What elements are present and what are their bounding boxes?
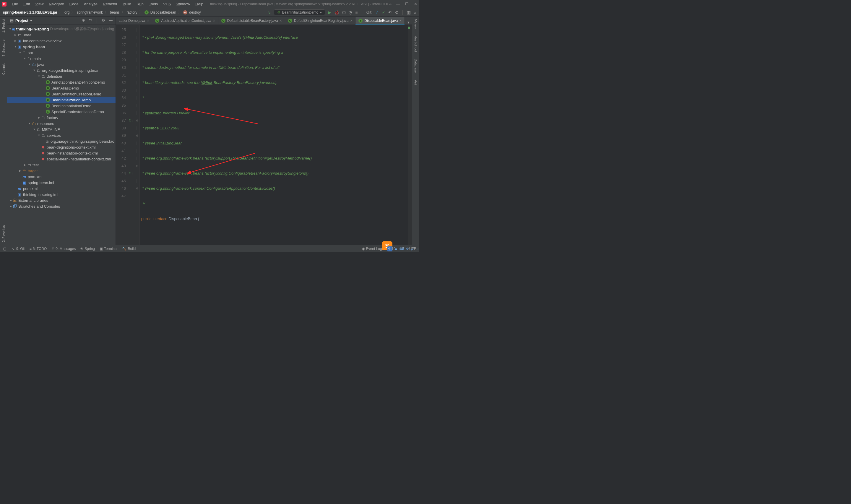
- tree-definition[interactable]: ▼🗀definition: [7, 73, 115, 79]
- tree-extlib[interactable]: ▶🏛External Libraries: [7, 197, 115, 203]
- crumb-method[interactable]: destroy: [189, 10, 201, 15]
- tool-favorites[interactable]: 2: Favorites: [2, 225, 5, 242]
- fold-handle[interactable]: ⊖: [135, 117, 139, 124]
- tree-pom[interactable]: mpom.xml: [7, 174, 115, 180]
- tab-0[interactable]: zationDemo.java×: [116, 17, 152, 24]
- crumb-beans[interactable]: beans: [110, 10, 120, 15]
- crumb-interface[interactable]: DisposableBean: [150, 10, 176, 15]
- search-icon[interactable]: ⌕: [414, 10, 416, 15]
- menu-edit[interactable]: Edit: [21, 1, 32, 7]
- run-configuration[interactable]: ⚙ BeanInitializationDemo ▾: [274, 10, 325, 15]
- tabs-dropdown-icon[interactable]: ▾: [405, 20, 412, 24]
- ime-language-bar[interactable]: 中 ☻⌨⚙🖊⊞: [387, 246, 418, 251]
- tree-services[interactable]: ▼🗀services: [7, 132, 115, 138]
- tree-iml[interactable]: ▣spring-bean.iml: [7, 180, 115, 185]
- expand-icon[interactable]: ⇆: [89, 18, 92, 23]
- tool-build[interactable]: 🔨 Build: [122, 247, 135, 251]
- tree-svc-file[interactable]: 🗎org.xiaoge.thinking.in.spring.bean.fac: [7, 138, 115, 144]
- close-icon[interactable]: ×: [213, 19, 215, 23]
- menu-refactor[interactable]: Refactor: [101, 1, 120, 7]
- chevron-down-icon[interactable]: ▾: [30, 18, 32, 23]
- maximize-icon[interactable]: ☐: [405, 2, 409, 6]
- crumb-org[interactable]: org: [65, 10, 69, 15]
- tree-main[interactable]: ▼🗀main: [7, 56, 115, 61]
- tool-messages[interactable]: ⊞ 0: Messages: [51, 247, 76, 251]
- tree-class-0[interactable]: CAnnotationBeanDefinitionDemo: [7, 79, 115, 85]
- override-icon[interactable]: O↓: [129, 117, 135, 124]
- tool-ant[interactable]: Ant: [414, 80, 418, 85]
- close-icon[interactable]: ×: [350, 19, 352, 23]
- override-icon[interactable]: O↓: [129, 169, 135, 177]
- inspection-indicator[interactable]: [408, 26, 410, 29]
- tool-maven[interactable]: Maven: [414, 19, 418, 29]
- tool-spring[interactable]: ❀ Spring: [80, 247, 95, 251]
- tab-3[interactable]: CDefaultSingletonBeanRegistry.java×: [285, 17, 356, 24]
- crumb-sf[interactable]: springframework: [76, 10, 103, 15]
- tool-git[interactable]: ⌥ 9: Git: [11, 247, 25, 251]
- tree-pkg[interactable]: ▼🗀org.xiaoge.thinking.in.spring.bean: [7, 67, 115, 73]
- menu-code[interactable]: Code: [67, 1, 81, 7]
- tree-idea[interactable]: ▶🗀.idea: [7, 32, 115, 38]
- tool-project[interactable]: 1: Project: [2, 19, 5, 33]
- tree-resources[interactable]: ▼🗀resources: [7, 121, 115, 126]
- editor[interactable]: 2526272829303132333435363738394041424344…: [116, 25, 412, 245]
- gear-icon[interactable]: ⚙: [102, 18, 105, 23]
- tree-class-5[interactable]: CSpecialBeanInstantiationDemo: [7, 109, 115, 115]
- hide-icon[interactable]: —: [109, 18, 113, 23]
- git-commit-icon[interactable]: ✓: [382, 10, 385, 15]
- menu-window[interactable]: Window: [174, 1, 192, 7]
- editor-scrollbar[interactable]: [408, 25, 412, 245]
- tree-class-3[interactable]: CBeanInitializationDemo: [7, 97, 115, 103]
- code-content[interactable]: * <p>A Spring-managed bean may also impl…: [140, 25, 408, 245]
- tree-xml-1[interactable]: ⬢bean-instantiation-context.xml: [7, 150, 115, 156]
- profile-icon[interactable]: ◔: [349, 10, 352, 15]
- tree-root[interactable]: ▼▣thinking-in-springD:\worksprace\极客学习\s…: [7, 26, 115, 32]
- close-icon[interactable]: ×: [399, 19, 402, 23]
- tree-springbean[interactable]: ▼▣spring-bean: [7, 44, 115, 50]
- close-icon[interactable]: ×: [280, 19, 282, 23]
- event-log[interactable]: ◉ Event Log: [362, 247, 382, 251]
- menu-help[interactable]: Help: [193, 1, 206, 7]
- debug-icon[interactable]: 🐞: [334, 10, 339, 15]
- tree-xml-0[interactable]: ⬢bean-deginitions-context.xml: [7, 144, 115, 150]
- menu-tools[interactable]: Tools: [147, 1, 160, 7]
- tree-meta[interactable]: ▼🗀META-INF: [7, 126, 115, 132]
- tree-test[interactable]: ▶🗀test: [7, 162, 115, 168]
- tree-java[interactable]: ▼🗀java: [7, 61, 115, 67]
- select-target-icon[interactable]: ⊕: [82, 18, 85, 23]
- tool-terminal[interactable]: ▣ Terminal: [99, 247, 117, 251]
- panel-title[interactable]: Project: [15, 18, 29, 23]
- minimize-icon[interactable]: —: [396, 2, 400, 6]
- project-tree[interactable]: ▼▣thinking-in-springD:\worksprace\极客学习\s…: [7, 25, 115, 245]
- git-update-icon[interactable]: ✓: [375, 10, 379, 15]
- tool-commit[interactable]: Commit: [2, 64, 5, 75]
- tree-factory[interactable]: ▶🗀factory: [7, 115, 115, 121]
- tab-1[interactable]: CAbstractApplicationContext.java×: [152, 17, 218, 24]
- coverage-icon[interactable]: ⬡: [342, 10, 346, 15]
- menu-vcs[interactable]: VCS: [161, 1, 174, 7]
- tree-xml-2[interactable]: ⬢special-bean-instantiation-context.xml: [7, 156, 115, 162]
- tool-structure[interactable]: 7: Structure: [2, 40, 5, 56]
- tool-restful[interactable]: RestfulTool: [414, 36, 418, 52]
- stop-icon[interactable]: ■: [355, 10, 358, 15]
- tree-class-4[interactable]: CBeanInstantiationDemo: [7, 103, 115, 109]
- status-square-icon[interactable]: ▢: [3, 247, 6, 251]
- tree-rootiml[interactable]: ▣thinking-in-spring.iml: [7, 192, 115, 197]
- menu-run[interactable]: Run: [134, 1, 146, 7]
- tool-database[interactable]: Database: [414, 59, 418, 73]
- structure-icon[interactable]: ▥: [407, 10, 411, 15]
- tool-todo[interactable]: ≡ 6: TODO: [30, 247, 47, 251]
- fold-handle[interactable]: ⊖: [135, 162, 139, 170]
- close-icon[interactable]: ×: [147, 19, 149, 23]
- git-history-icon[interactable]: ↶: [388, 10, 392, 15]
- fold-gutter[interactable]: ││││││││││││ ⊖ │ ⊖ │││ ⊖ │⊖: [135, 25, 140, 245]
- build-icon[interactable]: ↘: [267, 10, 271, 15]
- crumb-jar[interactable]: spring-beans-5.2.2.RELEASE.jar: [3, 10, 57, 15]
- menu-navigate[interactable]: Navigate: [47, 1, 66, 7]
- git-revert-icon[interactable]: ⟲: [395, 10, 398, 15]
- tab-2[interactable]: CDefaultListableBeanFactory.java×: [218, 17, 285, 24]
- menu-analyze[interactable]: Analyze: [82, 1, 100, 7]
- tree-ioc[interactable]: ▶▣ioc-container-overview: [7, 38, 115, 44]
- tree-class-1[interactable]: CBeanAliasDemo: [7, 85, 115, 91]
- menu-view[interactable]: View: [33, 1, 46, 7]
